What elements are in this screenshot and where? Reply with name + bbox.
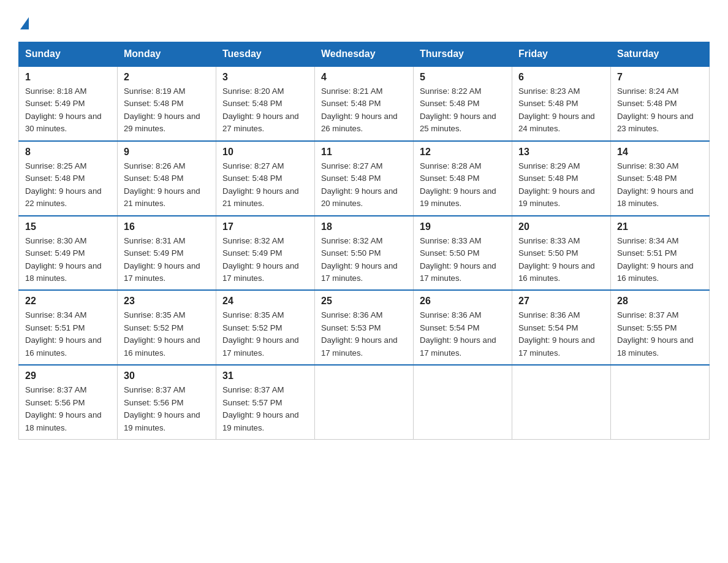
day-cell: 29Sunrise: 8:37 AMSunset: 5:56 PMDayligh…: [19, 365, 118, 439]
day-cell: 21Sunrise: 8:34 AMSunset: 5:51 PMDayligh…: [611, 216, 710, 291]
day-info: Sunrise: 8:32 AMSunset: 5:49 PMDaylight:…: [222, 235, 308, 285]
day-cell: 8Sunrise: 8:25 AMSunset: 5:48 PMDaylight…: [19, 141, 118, 216]
day-number: 9: [124, 147, 210, 158]
day-info: Sunrise: 8:37 AMSunset: 5:55 PMDaylight:…: [617, 309, 703, 359]
day-cell: [512, 365, 611, 439]
day-number: 2: [124, 72, 210, 83]
day-number: 21: [617, 221, 703, 232]
day-cell: 18Sunrise: 8:32 AMSunset: 5:50 PMDayligh…: [315, 216, 414, 291]
col-header-tuesday: Tuesday: [216, 42, 315, 67]
day-cell: 6Sunrise: 8:23 AMSunset: 5:48 PMDaylight…: [512, 66, 611, 141]
day-info: Sunrise: 8:35 AMSunset: 5:52 PMDaylight:…: [222, 309, 308, 359]
day-info: Sunrise: 8:24 AMSunset: 5:48 PMDaylight:…: [617, 85, 703, 136]
day-number: 11: [321, 147, 407, 158]
week-row-5: 29Sunrise: 8:37 AMSunset: 5:56 PMDayligh…: [19, 365, 710, 439]
day-info: Sunrise: 8:33 AMSunset: 5:50 PMDaylight:…: [420, 235, 506, 285]
day-cell: 10Sunrise: 8:27 AMSunset: 5:48 PMDayligh…: [216, 141, 315, 216]
day-number: 30: [124, 370, 210, 381]
day-number: 28: [617, 296, 703, 307]
day-info: Sunrise: 8:36 AMSunset: 5:54 PMDaylight:…: [518, 309, 604, 359]
week-row-1: 1Sunrise: 8:18 AMSunset: 5:49 PMDaylight…: [19, 66, 710, 141]
day-cell: 20Sunrise: 8:33 AMSunset: 5:50 PMDayligh…: [512, 216, 611, 291]
day-number: 24: [222, 296, 308, 307]
day-info: Sunrise: 8:20 AMSunset: 5:48 PMDaylight:…: [222, 85, 308, 136]
day-cell: 31Sunrise: 8:37 AMSunset: 5:57 PMDayligh…: [216, 365, 315, 439]
day-info: Sunrise: 8:29 AMSunset: 5:48 PMDaylight:…: [518, 160, 604, 210]
day-number: 26: [420, 296, 506, 307]
day-info: Sunrise: 8:32 AMSunset: 5:50 PMDaylight:…: [321, 235, 407, 285]
day-cell: 27Sunrise: 8:36 AMSunset: 5:54 PMDayligh…: [512, 290, 611, 365]
week-row-3: 15Sunrise: 8:30 AMSunset: 5:49 PMDayligh…: [19, 216, 710, 291]
day-cell: 5Sunrise: 8:22 AMSunset: 5:48 PMDaylight…: [414, 66, 512, 141]
day-info: Sunrise: 8:26 AMSunset: 5:48 PMDaylight:…: [124, 160, 210, 210]
day-cell: 2Sunrise: 8:19 AMSunset: 5:48 PMDaylight…: [118, 66, 216, 141]
day-info: Sunrise: 8:25 AMSunset: 5:48 PMDaylight:…: [25, 160, 111, 210]
day-cell: 17Sunrise: 8:32 AMSunset: 5:49 PMDayligh…: [216, 216, 315, 291]
day-number: 25: [321, 296, 407, 307]
day-number: 29: [25, 370, 111, 381]
day-cell: 24Sunrise: 8:35 AMSunset: 5:52 PMDayligh…: [216, 290, 315, 365]
day-info: Sunrise: 8:35 AMSunset: 5:52 PMDaylight:…: [124, 309, 210, 359]
day-number: 6: [518, 72, 604, 83]
day-info: Sunrise: 8:27 AMSunset: 5:48 PMDaylight:…: [222, 160, 308, 210]
day-cell: 1Sunrise: 8:18 AMSunset: 5:49 PMDaylight…: [19, 66, 118, 141]
day-number: 10: [222, 147, 308, 158]
day-info: Sunrise: 8:30 AMSunset: 5:49 PMDaylight:…: [25, 235, 111, 285]
day-cell: 28Sunrise: 8:37 AMSunset: 5:55 PMDayligh…: [611, 290, 710, 365]
calendar-table: SundayMondayTuesdayWednesdayThursdayFrid…: [18, 42, 710, 440]
week-row-4: 22Sunrise: 8:34 AMSunset: 5:51 PMDayligh…: [19, 290, 710, 365]
day-info: Sunrise: 8:28 AMSunset: 5:48 PMDaylight:…: [420, 160, 506, 210]
day-cell: 30Sunrise: 8:37 AMSunset: 5:56 PMDayligh…: [118, 365, 216, 439]
day-number: 16: [124, 221, 210, 232]
day-info: Sunrise: 8:37 AMSunset: 5:56 PMDaylight:…: [25, 384, 111, 434]
day-number: 1: [25, 72, 111, 83]
day-info: Sunrise: 8:36 AMSunset: 5:53 PMDaylight:…: [321, 309, 407, 359]
day-cell: 7Sunrise: 8:24 AMSunset: 5:48 PMDaylight…: [611, 66, 710, 141]
day-cell: 9Sunrise: 8:26 AMSunset: 5:48 PMDaylight…: [118, 141, 216, 216]
day-cell: 15Sunrise: 8:30 AMSunset: 5:49 PMDayligh…: [19, 216, 118, 291]
col-header-sunday: Sunday: [19, 42, 118, 67]
day-cell: 22Sunrise: 8:34 AMSunset: 5:51 PMDayligh…: [19, 290, 118, 365]
day-info: Sunrise: 8:30 AMSunset: 5:48 PMDaylight:…: [617, 160, 703, 210]
day-info: Sunrise: 8:21 AMSunset: 5:48 PMDaylight:…: [321, 85, 407, 136]
day-info: Sunrise: 8:37 AMSunset: 5:56 PMDaylight:…: [124, 384, 210, 434]
day-info: Sunrise: 8:23 AMSunset: 5:48 PMDaylight:…: [518, 85, 604, 136]
day-number: 19: [420, 221, 506, 232]
day-info: Sunrise: 8:36 AMSunset: 5:54 PMDaylight:…: [420, 309, 506, 359]
day-cell: 23Sunrise: 8:35 AMSunset: 5:52 PMDayligh…: [118, 290, 216, 365]
col-header-monday: Monday: [118, 42, 216, 67]
day-cell: 4Sunrise: 8:21 AMSunset: 5:48 PMDaylight…: [315, 66, 414, 141]
day-number: 17: [222, 221, 308, 232]
day-cell: 12Sunrise: 8:28 AMSunset: 5:48 PMDayligh…: [414, 141, 512, 216]
day-number: 7: [617, 72, 703, 83]
page-header: [18, 12, 710, 31]
day-number: 31: [222, 370, 308, 381]
day-cell: [611, 365, 710, 439]
day-cell: [414, 365, 512, 439]
day-cell: 26Sunrise: 8:36 AMSunset: 5:54 PMDayligh…: [414, 290, 512, 365]
day-number: 5: [420, 72, 506, 83]
col-header-friday: Friday: [512, 42, 611, 67]
day-info: Sunrise: 8:22 AMSunset: 5:48 PMDaylight:…: [420, 85, 506, 136]
day-number: 14: [617, 147, 703, 158]
day-number: 23: [124, 296, 210, 307]
col-header-wednesday: Wednesday: [315, 42, 414, 67]
logo: [18, 17, 29, 31]
day-number: 18: [321, 221, 407, 232]
day-info: Sunrise: 8:18 AMSunset: 5:49 PMDaylight:…: [25, 85, 111, 136]
day-cell: [315, 365, 414, 439]
day-info: Sunrise: 8:27 AMSunset: 5:48 PMDaylight:…: [321, 160, 407, 210]
day-info: Sunrise: 8:34 AMSunset: 5:51 PMDaylight:…: [617, 235, 703, 285]
day-number: 3: [222, 72, 308, 83]
day-cell: 19Sunrise: 8:33 AMSunset: 5:50 PMDayligh…: [414, 216, 512, 291]
day-number: 13: [518, 147, 604, 158]
day-number: 15: [25, 221, 111, 232]
day-info: Sunrise: 8:37 AMSunset: 5:57 PMDaylight:…: [222, 384, 308, 434]
col-header-thursday: Thursday: [414, 42, 512, 67]
day-cell: 3Sunrise: 8:20 AMSunset: 5:48 PMDaylight…: [216, 66, 315, 141]
day-info: Sunrise: 8:34 AMSunset: 5:51 PMDaylight:…: [25, 309, 111, 359]
day-info: Sunrise: 8:19 AMSunset: 5:48 PMDaylight:…: [124, 85, 210, 136]
week-row-2: 8Sunrise: 8:25 AMSunset: 5:48 PMDaylight…: [19, 141, 710, 216]
day-number: 8: [25, 147, 111, 158]
day-number: 20: [518, 221, 604, 232]
